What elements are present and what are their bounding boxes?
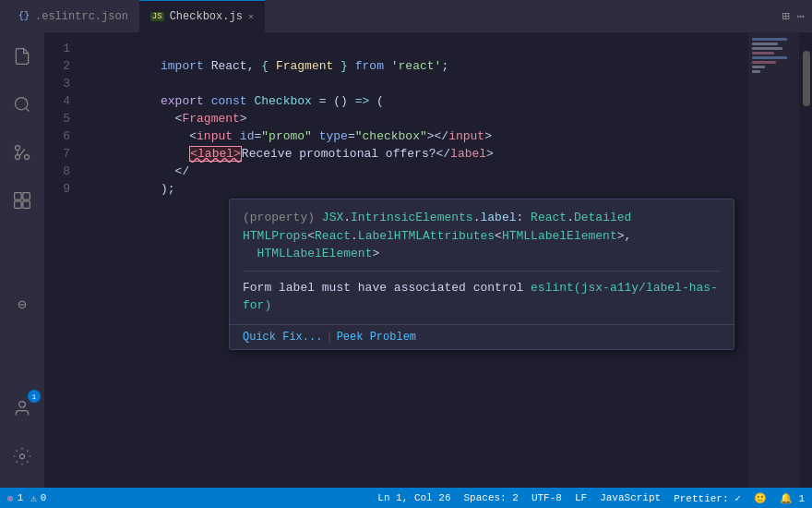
main-area: ⊘ 1 1 2 3 4 [0, 32, 812, 488]
quick-fix-button[interactable]: Quick Fix... [243, 331, 322, 344]
bell-icon: 🔔 1 [780, 492, 805, 504]
accounts-badge: 1 [28, 390, 41, 403]
svg-point-0 [16, 98, 28, 110]
code-line-3: export const Checkbox = () => ( [89, 75, 748, 92]
status-smiley[interactable]: 🙂 [754, 492, 767, 504]
smiley-icon: 🙂 [754, 492, 767, 504]
hover-popup: (property) JSX.IntrinsicElements.label: … [229, 199, 734, 350]
spaces-label: Spaces: 2 [464, 492, 519, 503]
activity-bar: ⊘ 1 [0, 32, 44, 488]
hover-type-info-2: HTMLProps<React.LabelHTMLAttributes<HTML… [243, 227, 721, 246]
svg-rect-7 [15, 193, 22, 200]
code-editor[interactable]: 1 2 3 4 5 6 7 8 9 import React, { Fragme… [44, 32, 812, 488]
hover-error-message: Form label must have associated control … [243, 279, 721, 315]
peek-problem-button[interactable]: Peek Problem [337, 331, 416, 344]
line-num-3: 3 [44, 75, 81, 92]
svg-point-3 [16, 146, 20, 151]
warning-count: 0 [41, 492, 47, 503]
line-num-7: 7 [44, 145, 81, 163]
tab-checkbox[interactable]: JS Checkbox.js ✕ [139, 0, 265, 32]
line-numbers: 1 2 3 4 5 6 7 8 9 [44, 32, 81, 488]
warning-icon: ⚠ [30, 492, 37, 504]
status-bar: ⊗ 1 ⚠ 0 Ln 1, Col 26 Spaces: 2 UTF-8 LF … [0, 488, 812, 508]
status-warnings[interactable]: ⚠ 0 [30, 492, 46, 504]
minimap [748, 32, 799, 488]
tab-area: {} .eslintrc.json JS Checkbox.js ✕ [7, 0, 782, 32]
activity-search-icon[interactable] [6, 88, 39, 121]
svg-line-1 [26, 108, 30, 112]
code-content[interactable]: import React, { Fragment } from 'react';… [81, 32, 748, 488]
language-label: JavaScript [600, 492, 661, 503]
status-spaces[interactable]: Spaces: 2 [464, 492, 519, 503]
line-num-2: 2 [44, 57, 81, 75]
status-prettier[interactable]: Prettier: ✓ [674, 492, 741, 504]
activity-extensions-icon[interactable] [6, 184, 39, 217]
status-bar-right: Ln 1, Col 26 Spaces: 2 UTF-8 LF JavaScri… [377, 492, 805, 504]
activity-remote-icon[interactable]: ⊘ [0, 281, 45, 328]
status-language[interactable]: JavaScript [600, 492, 661, 503]
line-num-6: 6 [44, 127, 81, 145]
prettier-label: Prettier: ✓ [674, 492, 741, 504]
hover-popup-content: (property) JSX.IntrinsicElements.label: … [230, 200, 734, 324]
split-editor-icon[interactable]: ⊞ [782, 8, 789, 24]
activity-accounts-icon[interactable]: 1 [6, 392, 39, 425]
tab-checkbox-label: Checkbox.js [170, 10, 243, 23]
error-count: 1 [18, 492, 24, 503]
activity-source-control-icon[interactable] [6, 136, 39, 169]
position-label: Ln 1, Col 26 [377, 492, 450, 503]
error-icon: ⊗ [7, 492, 14, 504]
scrollbar[interactable] [799, 32, 812, 488]
status-bar-left: ⊗ 1 ⚠ 0 [7, 492, 46, 504]
status-bell[interactable]: 🔔 1 [780, 492, 805, 504]
svg-rect-6 [23, 201, 30, 209]
tab-eslintrc-label: .eslintrc.json [35, 10, 128, 23]
line-num-5: 5 [44, 110, 81, 127]
activity-files-icon[interactable] [6, 40, 39, 73]
line-num-4: 4 [44, 92, 81, 110]
eslintrc-icon: {} [18, 11, 30, 21]
line-num-9: 9 [44, 180, 81, 198]
status-position[interactable]: Ln 1, Col 26 [377, 492, 450, 503]
svg-point-10 [20, 454, 25, 459]
checkbox-icon: JS [150, 12, 164, 21]
status-encoding[interactable]: UTF-8 [531, 492, 562, 503]
hover-type-info-3: HTMLLabelElement> [243, 245, 721, 263]
eol-label: LF [575, 492, 587, 503]
title-bar-actions: ⊞ ⋯ [782, 8, 805, 24]
tab-close-button[interactable]: ✕ [248, 11, 254, 22]
scrollbar-thumb[interactable] [803, 51, 810, 106]
hover-type-info: (property) JSX.IntrinsicElements.label: … [243, 209, 721, 227]
svg-point-2 [25, 155, 30, 160]
editor-area: 1 2 3 4 5 6 7 8 9 import React, { Fragme… [44, 32, 812, 488]
hover-actions: Quick Fix... | Peek Problem [230, 324, 734, 349]
line-num-1: 1 [44, 40, 81, 57]
status-eol[interactable]: LF [575, 492, 587, 503]
code-line-9 [89, 180, 748, 198]
line-num-8: 8 [44, 163, 81, 180]
activity-bottom: 1 [6, 392, 39, 480]
encoding-label: UTF-8 [531, 492, 562, 503]
activity-settings-icon[interactable] [6, 440, 39, 473]
svg-rect-5 [15, 201, 22, 209]
status-errors[interactable]: ⊗ 1 [7, 492, 23, 504]
svg-rect-8 [23, 193, 30, 200]
code-line-1: import React, { Fragment } from 'react'; [89, 40, 748, 57]
hover-divider [243, 271, 721, 272]
tab-eslintrc[interactable]: {} .eslintrc.json [7, 0, 139, 32]
more-actions-icon[interactable]: ⋯ [797, 8, 805, 24]
hover-action-separator: | [326, 331, 332, 344]
svg-point-9 [19, 402, 26, 408]
title-bar: {} .eslintrc.json JS Checkbox.js ✕ ⊞ ⋯ [0, 0, 812, 32]
